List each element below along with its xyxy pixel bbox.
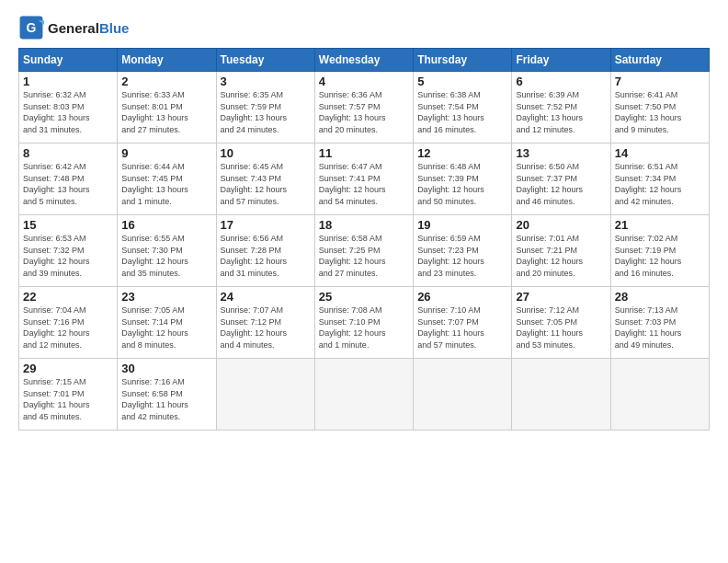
week-row-5: 29Sunrise: 7:15 AM Sunset: 7:01 PM Dayli…: [19, 359, 710, 431]
day-number: 26: [417, 290, 507, 304]
calendar-cell: 22Sunrise: 7:04 AM Sunset: 7:16 PM Dayli…: [19, 287, 118, 359]
calendar-cell: 20Sunrise: 7:01 AM Sunset: 7:21 PM Dayli…: [512, 215, 610, 287]
day-info: Sunrise: 6:51 AM Sunset: 7:34 PM Dayligh…: [615, 161, 705, 207]
calendar-cell: 8Sunrise: 6:42 AM Sunset: 7:48 PM Daylig…: [19, 144, 118, 215]
calendar-cell: 25Sunrise: 7:08 AM Sunset: 7:10 PM Dayli…: [314, 287, 413, 359]
week-row-4: 22Sunrise: 7:04 AM Sunset: 7:16 PM Dayli…: [19, 287, 710, 359]
calendar-cell: [414, 359, 512, 431]
day-info: Sunrise: 6:36 AM Sunset: 7:57 PM Dayligh…: [319, 89, 409, 135]
day-info: Sunrise: 6:33 AM Sunset: 8:01 PM Dayligh…: [121, 89, 211, 135]
day-number: 13: [516, 146, 606, 160]
day-number: 18: [319, 218, 409, 232]
day-info: Sunrise: 6:48 AM Sunset: 7:39 PM Dayligh…: [417, 161, 507, 207]
day-number: 10: [221, 146, 311, 160]
calendar-cell: 6Sunrise: 6:39 AM Sunset: 7:52 PM Daylig…: [512, 72, 610, 144]
day-number: 2: [121, 75, 211, 88]
calendar-page: G GeneralBlue SundayMondayTuesdayWednesd…: [0, 0, 728, 563]
calendar-cell: 1Sunrise: 6:32 AM Sunset: 8:03 PM Daylig…: [19, 72, 118, 144]
calendar-cell: 21Sunrise: 7:02 AM Sunset: 7:19 PM Dayli…: [610, 215, 709, 287]
day-info: Sunrise: 6:50 AM Sunset: 7:37 PM Dayligh…: [516, 161, 606, 207]
day-number: 23: [121, 290, 211, 304]
day-number: 5: [417, 75, 507, 88]
weekday-header-saturday: Saturday: [610, 49, 709, 72]
calendar-cell: 2Sunrise: 6:33 AM Sunset: 8:01 PM Daylig…: [118, 72, 216, 144]
day-number: 22: [23, 290, 113, 304]
calendar-cell: 16Sunrise: 6:55 AM Sunset: 7:30 PM Dayli…: [118, 215, 216, 287]
calendar-cell: 19Sunrise: 6:59 AM Sunset: 7:23 PM Dayli…: [414, 215, 512, 287]
day-number: 28: [615, 290, 705, 304]
day-number: 9: [121, 146, 211, 160]
weekday-header-monday: Monday: [118, 49, 216, 72]
weekday-header-thursday: Thursday: [414, 49, 512, 72]
calendar-cell: 30Sunrise: 7:16 AM Sunset: 6:58 PM Dayli…: [118, 359, 216, 431]
day-info: Sunrise: 6:41 AM Sunset: 7:50 PM Dayligh…: [615, 89, 705, 135]
header: G GeneralBlue: [18, 15, 710, 40]
calendar-cell: 4Sunrise: 6:36 AM Sunset: 7:57 PM Daylig…: [314, 72, 413, 144]
day-number: 27: [516, 290, 606, 304]
day-info: Sunrise: 7:05 AM Sunset: 7:14 PM Dayligh…: [121, 304, 211, 350]
calendar-cell: 17Sunrise: 6:56 AM Sunset: 7:28 PM Dayli…: [216, 215, 314, 287]
calendar-cell: 9Sunrise: 6:44 AM Sunset: 7:45 PM Daylig…: [118, 144, 216, 215]
calendar-cell: 7Sunrise: 6:41 AM Sunset: 7:50 PM Daylig…: [610, 72, 709, 144]
day-info: Sunrise: 6:47 AM Sunset: 7:41 PM Dayligh…: [319, 161, 409, 207]
calendar-cell: 3Sunrise: 6:35 AM Sunset: 7:59 PM Daylig…: [216, 72, 314, 144]
svg-text:G: G: [27, 20, 37, 35]
week-row-2: 8Sunrise: 6:42 AM Sunset: 7:48 PM Daylig…: [19, 144, 710, 215]
day-info: Sunrise: 6:42 AM Sunset: 7:48 PM Dayligh…: [23, 161, 113, 207]
day-info: Sunrise: 7:15 AM Sunset: 7:01 PM Dayligh…: [23, 376, 113, 422]
calendar-cell: 5Sunrise: 6:38 AM Sunset: 7:54 PM Daylig…: [414, 72, 512, 144]
calendar-cell: 13Sunrise: 6:50 AM Sunset: 7:37 PM Dayli…: [512, 144, 610, 215]
calendar-cell: 28Sunrise: 7:13 AM Sunset: 7:03 PM Dayli…: [610, 287, 709, 359]
calendar-cell: [512, 359, 610, 431]
calendar-cell: 10Sunrise: 6:45 AM Sunset: 7:43 PM Dayli…: [216, 144, 314, 215]
day-number: 14: [615, 146, 705, 160]
week-row-1: 1Sunrise: 6:32 AM Sunset: 8:03 PM Daylig…: [19, 72, 710, 144]
day-info: Sunrise: 6:38 AM Sunset: 7:54 PM Dayligh…: [417, 89, 507, 135]
calendar-cell: [216, 359, 314, 431]
logo-icon: G: [18, 15, 44, 40]
day-info: Sunrise: 6:44 AM Sunset: 7:45 PM Dayligh…: [121, 161, 211, 207]
calendar-cell: 29Sunrise: 7:15 AM Sunset: 7:01 PM Dayli…: [19, 359, 118, 431]
weekday-header-wednesday: Wednesday: [314, 49, 413, 72]
calendar-cell: 26Sunrise: 7:10 AM Sunset: 7:07 PM Dayli…: [414, 287, 512, 359]
day-info: Sunrise: 6:59 AM Sunset: 7:23 PM Dayligh…: [417, 233, 507, 279]
weekday-header-sunday: Sunday: [19, 49, 118, 72]
day-info: Sunrise: 7:04 AM Sunset: 7:16 PM Dayligh…: [23, 304, 113, 350]
day-info: Sunrise: 7:12 AM Sunset: 7:05 PM Dayligh…: [516, 304, 606, 350]
calendar-cell: 12Sunrise: 6:48 AM Sunset: 7:39 PM Dayli…: [414, 144, 512, 215]
day-number: 7: [615, 75, 705, 88]
day-number: 30: [121, 362, 211, 375]
calendar-cell: 27Sunrise: 7:12 AM Sunset: 7:05 PM Dayli…: [512, 287, 610, 359]
calendar-cell: 23Sunrise: 7:05 AM Sunset: 7:14 PM Dayli…: [118, 287, 216, 359]
day-number: 21: [615, 218, 705, 232]
day-info: Sunrise: 6:55 AM Sunset: 7:30 PM Dayligh…: [121, 233, 211, 279]
day-number: 6: [516, 75, 606, 88]
day-number: 1: [23, 75, 113, 88]
day-number: 3: [221, 75, 311, 88]
day-number: 17: [221, 218, 311, 232]
calendar-cell: 24Sunrise: 7:07 AM Sunset: 7:12 PM Dayli…: [216, 287, 314, 359]
calendar-table: SundayMondayTuesdayWednesdayThursdayFrid…: [18, 48, 710, 431]
day-info: Sunrise: 7:08 AM Sunset: 7:10 PM Dayligh…: [319, 304, 409, 350]
day-number: 8: [23, 146, 113, 160]
day-number: 16: [121, 218, 211, 232]
day-number: 4: [319, 75, 409, 88]
day-info: Sunrise: 6:35 AM Sunset: 7:59 PM Dayligh…: [221, 89, 311, 135]
weekday-header-friday: Friday: [512, 49, 610, 72]
day-number: 12: [417, 146, 507, 160]
day-number: 20: [516, 218, 606, 232]
calendar-cell: 15Sunrise: 6:53 AM Sunset: 7:32 PM Dayli…: [19, 215, 118, 287]
day-info: Sunrise: 7:10 AM Sunset: 7:07 PM Dayligh…: [417, 304, 507, 350]
day-info: Sunrise: 6:53 AM Sunset: 7:32 PM Dayligh…: [23, 233, 113, 279]
calendar-cell: 11Sunrise: 6:47 AM Sunset: 7:41 PM Dayli…: [314, 144, 413, 215]
day-number: 25: [319, 290, 409, 304]
day-number: 24: [221, 290, 311, 304]
day-info: Sunrise: 7:01 AM Sunset: 7:21 PM Dayligh…: [516, 233, 606, 279]
day-info: Sunrise: 7:02 AM Sunset: 7:19 PM Dayligh…: [615, 233, 705, 279]
day-number: 11: [319, 146, 409, 160]
day-info: Sunrise: 6:56 AM Sunset: 7:28 PM Dayligh…: [221, 233, 311, 279]
calendar-cell: [610, 359, 709, 431]
day-info: Sunrise: 7:07 AM Sunset: 7:12 PM Dayligh…: [221, 304, 311, 350]
day-number: 15: [23, 218, 113, 232]
day-info: Sunrise: 7:13 AM Sunset: 7:03 PM Dayligh…: [615, 304, 705, 350]
